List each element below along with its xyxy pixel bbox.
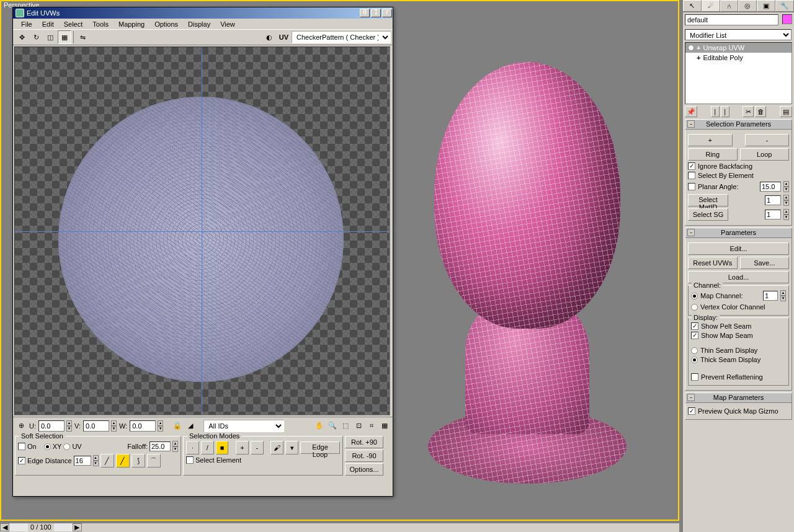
select-matid-button[interactable]: Select MatID	[688, 194, 728, 206]
vertex-mode-icon[interactable]: ·	[186, 441, 199, 454]
options-button[interactable]: Options...	[345, 463, 383, 476]
edge-mode-icon[interactable]: /	[201, 441, 214, 454]
rotate-icon[interactable]: ↻	[29, 30, 43, 44]
move-icon[interactable]: ✥	[15, 30, 29, 44]
object-name-field[interactable]	[685, 14, 778, 25]
zoom-icon[interactable]: 🔍	[327, 420, 338, 432]
paint-select-icon[interactable]: 🖌	[270, 441, 283, 454]
show-map-seam-checkbox[interactable]: ✓	[691, 332, 698, 339]
rot-minus90-button[interactable]: Rot. -90	[345, 450, 383, 462]
object-color-swatch[interactable]	[782, 14, 792, 24]
rollout-header[interactable]: -Map Parameters	[685, 393, 792, 403]
rollout-header[interactable]: -Selection Parameters	[685, 120, 792, 130]
ids-dropdown[interactable]: All IDs	[203, 420, 284, 432]
v-field[interactable]	[83, 420, 109, 432]
rot-plus90-button[interactable]: Rot. +90	[345, 436, 383, 448]
plus-button[interactable]: +	[688, 134, 733, 146]
modifier-list-dropdown[interactable]: Modifier List	[685, 29, 792, 40]
thin-seam-radio[interactable]	[691, 347, 698, 354]
menu-options[interactable]: Options	[150, 20, 182, 29]
bulb-icon[interactable]	[688, 45, 694, 51]
menu-tools[interactable]: Tools	[88, 20, 113, 29]
w-field[interactable]	[130, 420, 156, 432]
show-end-result-icon[interactable]: |	[711, 106, 720, 117]
time-slider[interactable]: ◀0 / 100▶	[0, 523, 679, 532]
sg-field[interactable]	[765, 210, 781, 219]
rollout-header[interactable]: -Parameters	[685, 228, 792, 238]
sg-spinner[interactable]: ▲▼	[783, 209, 789, 220]
freeform-icon[interactable]: ▦	[58, 30, 71, 44]
expand-icon[interactable]: +	[697, 44, 700, 51]
configure-sets-icon[interactable]: ▤	[780, 106, 792, 117]
select-by-element-checkbox[interactable]	[688, 172, 695, 179]
minimize-button[interactable]: 0	[360, 9, 370, 17]
menu-display[interactable]: Display	[184, 20, 215, 29]
planar-spinner[interactable]: ▲▼	[783, 181, 789, 192]
falloff-linear-icon[interactable]: ╱	[116, 454, 130, 468]
matid-field[interactable]	[765, 195, 781, 205]
map-channel-field[interactable]	[763, 291, 778, 301]
planar-angle-checkbox[interactable]	[688, 183, 695, 190]
tab-modify-icon[interactable]: ☄	[702, 0, 720, 12]
pin-stack-icon[interactable]: 📌	[685, 106, 697, 117]
tab-utilities-icon[interactable]: 🔧	[775, 0, 794, 12]
modifier-stack[interactable]: + Unwrap UVW + Editable Poly	[685, 42, 792, 104]
edge-loop-button[interactable]: Edge Loop	[300, 441, 340, 454]
edgedist-checkbox[interactable]: ✓	[18, 457, 25, 464]
select-element-checkbox[interactable]	[186, 456, 194, 464]
tab-hierarchy-icon[interactable]: ⑃	[720, 0, 739, 12]
falloff-sharp-icon[interactable]: ╱	[100, 454, 114, 468]
falloff-smooth-icon[interactable]: ⟆	[132, 454, 145, 468]
select-sg-button[interactable]: Select SG	[688, 208, 728, 221]
thick-seam-radio[interactable]	[691, 357, 698, 363]
stack-item-epoly[interactable]: + Editable Poly	[685, 53, 792, 63]
loop-button[interactable]: Loop	[740, 148, 790, 161]
u-field[interactable]	[38, 420, 65, 432]
minus-button[interactable]: -	[745, 134, 790, 146]
show-pelt-seam-checkbox[interactable]: ✓	[691, 322, 698, 330]
planar-angle-field[interactable]	[760, 182, 781, 192]
menu-edit[interactable]: Edit	[38, 20, 58, 29]
snap-icon[interactable]: ⌗	[366, 420, 377, 432]
brush-icon[interactable]: ◢	[185, 420, 196, 432]
u-spinner[interactable]: ▲▼	[66, 420, 72, 432]
ignore-backfacing-checkbox[interactable]: ✓	[688, 162, 695, 170]
viewport-3d-head[interactable]	[397, 37, 670, 502]
menu-select[interactable]: Select	[60, 20, 87, 29]
remove-modifier-icon[interactable]: ✂	[743, 106, 754, 117]
edgedist-spinner[interactable]: ▲▼	[93, 455, 99, 466]
lock-icon[interactable]: 🔒	[172, 420, 183, 432]
save-button[interactable]: Save...	[740, 257, 790, 269]
edit-uvws-window[interactable]: Edit UVWs 0 1 r File Edit Select Tools M…	[12, 7, 393, 497]
trash-icon[interactable]: 🗑	[755, 106, 766, 117]
grow-button[interactable]: +	[236, 441, 249, 454]
close-button[interactable]: r	[382, 9, 392, 17]
mirror-icon[interactable]: ⇋	[76, 30, 89, 44]
shrink-button[interactable]: -	[251, 441, 264, 454]
uv-island[interactable]	[58, 97, 344, 382]
edit-button[interactable]: Edit...	[688, 242, 789, 255]
uv-label[interactable]: UV	[277, 30, 291, 44]
mapch-spinner[interactable]: ▲▼	[780, 290, 786, 301]
map-channel-radio[interactable]	[691, 293, 698, 299]
scroll-right-icon[interactable]: ▶	[73, 523, 82, 531]
paint-options-icon[interactable]: ▾	[285, 441, 298, 454]
make-unique-icon[interactable]: |	[721, 106, 729, 117]
scroll-left-icon[interactable]: ◀	[0, 523, 9, 531]
prevent-reflattening-checkbox[interactable]	[691, 373, 698, 381]
abs-coord-icon[interactable]: ⊕	[16, 420, 27, 432]
maximize-button[interactable]: 1	[371, 9, 381, 17]
falloff-bubble-icon[interactable]: ⌒	[147, 454, 161, 468]
grid-icon[interactable]: ▦	[379, 420, 390, 432]
edgedist-field[interactable]	[74, 456, 91, 466]
matid-spinner[interactable]: ▲▼	[783, 195, 789, 206]
face-mode-icon[interactable]: ■	[216, 441, 229, 454]
reset-uvws-button[interactable]: Reset UVWs	[688, 257, 738, 269]
tab-display-icon[interactable]: ▣	[757, 0, 775, 12]
softsel-uv-radio[interactable]	[63, 443, 70, 450]
show-map-icon[interactable]: ◐	[262, 30, 276, 44]
stack-item-unwrap[interactable]: + Unwrap UVW	[685, 43, 792, 53]
titlebar[interactable]: Edit UVWs 0 1 r	[13, 7, 393, 19]
texture-dropdown[interactable]: CheckerPattern ( Checker )	[292, 31, 391, 43]
scale-icon[interactable]: ◫	[43, 30, 57, 44]
